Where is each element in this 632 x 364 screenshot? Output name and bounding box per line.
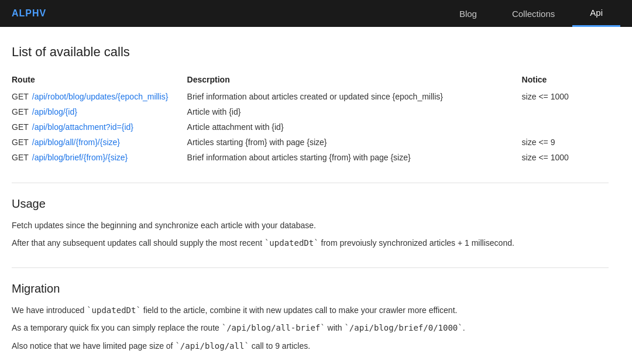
route-link[interactable]: /api/blog/all/{from}/{size} <box>32 138 120 147</box>
route-method: GET <box>12 122 29 132</box>
nav-link-collections[interactable]: Collections <box>494 0 572 27</box>
nav-link-blog[interactable]: Blog <box>442 0 494 27</box>
cell-route: GET/api/blog/all/{from}/{size} <box>12 135 187 150</box>
nav-brand: ALPHV <box>12 8 46 19</box>
col-header-route: Route <box>12 71 187 89</box>
nav-links: Blog Collections Api <box>442 0 620 27</box>
table-row: GET/api/robot/blog/updates/{epoch_millis… <box>12 89 609 104</box>
route-method: GET <box>12 153 29 162</box>
route-link[interactable]: /api/blog/{id} <box>32 107 77 116</box>
divider-1 <box>12 183 609 183</box>
table-row: GET/api/blog/brief/{from}/{size}Brief in… <box>12 150 609 165</box>
cell-description: Brief information about articles startin… <box>187 150 522 165</box>
migration-para-1: We have introduced `updatedDt` field to … <box>12 304 609 317</box>
table-row: GET/api/blog/all/{from}/{size}Articles s… <box>12 135 609 150</box>
cell-description: Article attachment with {id} <box>187 119 522 135</box>
cell-notice: size <= 9 <box>522 135 609 150</box>
migration-section: Migration We have introduced `updatedDt`… <box>12 282 609 352</box>
cell-route: GET/api/blog/attachment?id={id} <box>12 119 187 135</box>
route-method: GET <box>12 107 29 116</box>
cell-notice <box>522 104 609 119</box>
divider-2 <box>12 267 609 268</box>
table-row: GET/api/blog/{id}Article with {id} <box>12 104 609 119</box>
cell-notice <box>522 119 609 135</box>
route-link[interactable]: /api/robot/blog/updates/{epoch_millis} <box>32 92 169 101</box>
usage-para-2: After that any subsequent updates call s… <box>12 236 609 249</box>
migration-title: Migration <box>12 282 609 296</box>
route-method: GET <box>12 138 29 147</box>
route-link[interactable]: /api/blog/attachment?id={id} <box>32 122 133 132</box>
page-title: List of available calls <box>12 44 609 60</box>
cell-notice: size <= 1000 <box>522 89 609 104</box>
api-table: Route Descrption Notice GET/api/robot/bl… <box>12 71 609 165</box>
table-row: GET/api/blog/attachment?id={id}Article a… <box>12 119 609 135</box>
migration-para-2: As a temporary quick fix you can simply … <box>12 321 609 334</box>
cell-description: Articles starting {from} with page {size… <box>187 135 522 150</box>
nav-link-api[interactable]: Api <box>572 0 620 27</box>
col-header-notice: Notice <box>522 71 609 89</box>
usage-para-1: Fetch updates since the beginning and sy… <box>12 219 609 232</box>
usage-title: Usage <box>12 197 609 211</box>
cell-description: Article with {id} <box>187 104 522 119</box>
navbar: ALPHV Blog Collections Api <box>0 0 632 27</box>
cell-notice: size <= 1000 <box>522 150 609 165</box>
route-link[interactable]: /api/blog/brief/{from}/{size} <box>32 153 128 162</box>
cell-route: GET/api/blog/brief/{from}/{size} <box>12 150 187 165</box>
cell-description: Brief information about articles created… <box>187 89 522 104</box>
main-content: List of available calls Route Descrption… <box>0 27 620 364</box>
col-header-desc: Descrption <box>187 71 522 89</box>
cell-route: GET/api/blog/{id} <box>12 104 187 119</box>
migration-para-3: Also notice that we have limited page si… <box>12 339 609 352</box>
route-method: GET <box>12 92 29 101</box>
cell-route: GET/api/robot/blog/updates/{epoch_millis… <box>12 89 187 104</box>
usage-section: Usage Fetch updates since the beginning … <box>12 197 609 250</box>
